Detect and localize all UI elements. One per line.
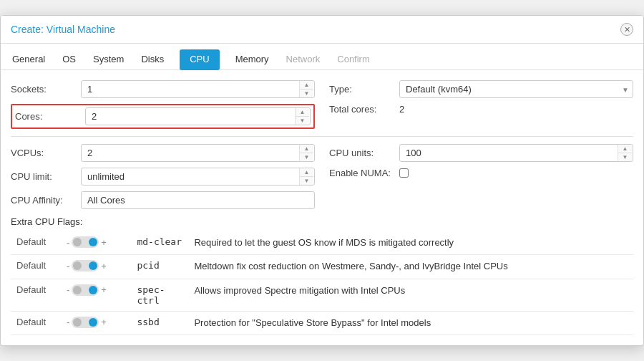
cpu-limit-spinner: ▲ ▼ (299, 168, 313, 185)
vcpus-up-btn[interactable]: ▲ (300, 145, 313, 153)
enable-numa-row: Enable NUMA: (329, 168, 633, 178)
form-top-section: Sockets: ▲ ▼ Cores: ▲ (11, 80, 633, 129)
toggle-plus-icon[interactable]: + (101, 284, 107, 295)
flag-default-2: Default (11, 279, 61, 311)
cpu-units-input-wrap: ▲ ▼ (399, 144, 633, 162)
flag-default-0: Default (11, 231, 61, 255)
toggle-dot-left-0 (73, 238, 82, 246)
tab-os[interactable]: OS (61, 49, 77, 70)
close-button[interactable]: ✕ (620, 23, 633, 36)
toggle-minus-icon[interactable]: - (67, 284, 69, 295)
sockets-row: Sockets: ▲ ▼ (11, 80, 315, 98)
toggle-dot-right-0 (89, 238, 97, 246)
form-bottom-left: VCPUs: ▲ ▼ CPU limit: ▲ (11, 144, 315, 209)
type-select-wrap: Default (kvm64) ▼ (399, 80, 633, 98)
cpu-limit-row: CPU limit: ▲ ▼ (11, 168, 315, 186)
type-row: Type: Default (kvm64) ▼ (329, 80, 633, 98)
flag-name-2: spec-ctrl (131, 279, 188, 311)
cores-label: Cores: (15, 111, 79, 122)
sockets-label: Sockets: (11, 84, 75, 95)
flag-default-3: Default (11, 311, 61, 334)
extra-cpu-flags-section: Extra CPU Flags: Default - + md-clear Re… (11, 216, 633, 335)
sockets-input-wrap: ▲ ▼ (81, 80, 315, 98)
tab-system[interactable]: System (92, 49, 125, 70)
cpu-limit-down-btn[interactable]: ▼ (300, 177, 313, 185)
tab-bar: General OS System Disks CPU Memory Netwo… (1, 44, 643, 70)
cores-input[interactable] (85, 107, 311, 125)
flag-row: Default - + ssbd Protection for "Specula… (11, 311, 633, 334)
type-select[interactable]: Default (kvm64) (399, 80, 633, 98)
cpu-limit-label: CPU limit: (11, 171, 75, 182)
flag-desc-1: Meltdown fix cost reduction on Westmere,… (188, 255, 633, 279)
flag-name-0: md-clear (131, 231, 188, 255)
toggle-dot-left-3 (73, 318, 82, 327)
divider-1 (11, 136, 633, 137)
cores-input-wrap: ▲ ▼ (85, 107, 311, 125)
toggle-dot-left-1 (73, 261, 82, 270)
flag-desc-3: Protection for "Speculative Store Bypass… (188, 311, 633, 334)
cpu-affinity-row: CPU Affinity: (11, 191, 315, 209)
form-left-column: Sockets: ▲ ▼ Cores: ▲ (11, 80, 315, 129)
flag-toggle-3[interactable]: - + (61, 311, 131, 334)
flag-toggle-0[interactable]: - + (61, 231, 131, 255)
cores-down-btn[interactable]: ▼ (296, 117, 309, 125)
flags-section-label: Extra CPU Flags: (11, 216, 633, 227)
flag-toggle-1[interactable]: - + (61, 255, 131, 279)
tab-general[interactable]: General (11, 49, 47, 70)
cpu-limit-input-wrap: ▲ ▼ (81, 168, 315, 186)
toggle-minus-icon[interactable]: - (67, 317, 69, 327)
cpu-affinity-label: CPU Affinity: (11, 195, 75, 206)
cpu-limit-input[interactable] (81, 168, 315, 186)
form-bottom-section: VCPUs: ▲ ▼ CPU limit: ▲ (11, 144, 633, 209)
total-cores-label: Total cores: (329, 104, 394, 115)
tab-network: Network (285, 49, 322, 70)
sockets-down-btn[interactable]: ▼ (300, 90, 313, 97)
enable-numa-checkbox[interactable] (399, 168, 409, 178)
cpu-limit-up-btn[interactable]: ▲ (300, 168, 313, 177)
tab-disks[interactable]: Disks (140, 49, 165, 70)
dialog-titlebar: Create: Virtual Machine ✕ (1, 16, 643, 44)
total-cores-row: Total cores: 2 (329, 104, 633, 115)
vcpus-input-wrap: ▲ ▼ (81, 144, 315, 162)
type-label: Type: (329, 84, 394, 95)
cpu-units-row: CPU units: ▲ ▼ (329, 144, 633, 162)
cpu-units-down-btn[interactable]: ▼ (618, 153, 632, 161)
flag-toggle-2[interactable]: - + (61, 279, 131, 311)
cpu-affinity-input[interactable] (81, 191, 315, 209)
dialog-title: Create: Virtual Machine (11, 24, 115, 35)
flag-name-1: pcid (131, 255, 188, 279)
cpu-units-up-btn[interactable]: ▲ (618, 145, 632, 153)
toggle-track-1[interactable] (72, 260, 99, 271)
tab-memory[interactable]: Memory (234, 49, 270, 70)
enable-numa-label: Enable NUMA: (329, 168, 394, 178)
toggle-plus-icon[interactable]: + (101, 261, 107, 271)
sockets-up-btn[interactable]: ▲ (300, 81, 313, 90)
create-vm-dialog: Create: Virtual Machine ✕ General OS Sys… (0, 15, 644, 346)
form-bottom-right: CPU units: ▲ ▼ Enable NUMA: (329, 144, 633, 209)
toggle-track-2[interactable] (72, 284, 99, 296)
vcpus-down-btn[interactable]: ▼ (300, 153, 313, 161)
toggle-track-0[interactable] (72, 236, 99, 248)
toggle-dot-right-2 (89, 286, 97, 294)
tab-content: Sockets: ▲ ▼ Cores: ▲ (1, 70, 643, 345)
flag-row: Default - + pcid Meltdown fix cost reduc… (11, 255, 633, 279)
toggle-dot-right-1 (89, 261, 97, 270)
sockets-input[interactable] (81, 80, 315, 98)
toggle-plus-icon[interactable]: + (101, 237, 107, 248)
toggle-minus-icon[interactable]: - (67, 237, 69, 248)
vcpus-row: VCPUs: ▲ ▼ (11, 144, 315, 162)
vcpus-spinner: ▲ ▼ (299, 145, 313, 161)
cores-spinner: ▲ ▼ (295, 108, 309, 125)
total-cores-value: 2 (399, 104, 404, 115)
toggle-minus-icon[interactable]: - (67, 261, 69, 271)
toggle-track-3[interactable] (72, 317, 99, 328)
toggle-dot-left-2 (73, 286, 82, 294)
cpu-units-input[interactable] (399, 144, 633, 162)
vcpus-input[interactable] (81, 144, 315, 162)
tab-cpu[interactable]: CPU (180, 49, 219, 70)
flag-row: Default - + spec-ctrl Allows improved Sp… (11, 279, 633, 311)
cores-up-btn[interactable]: ▲ (296, 108, 309, 117)
flag-desc-2: Allows improved Spectre mitigation with … (188, 279, 633, 311)
tab-confirm: Confirm (336, 49, 371, 70)
toggle-plus-icon[interactable]: + (101, 317, 107, 327)
